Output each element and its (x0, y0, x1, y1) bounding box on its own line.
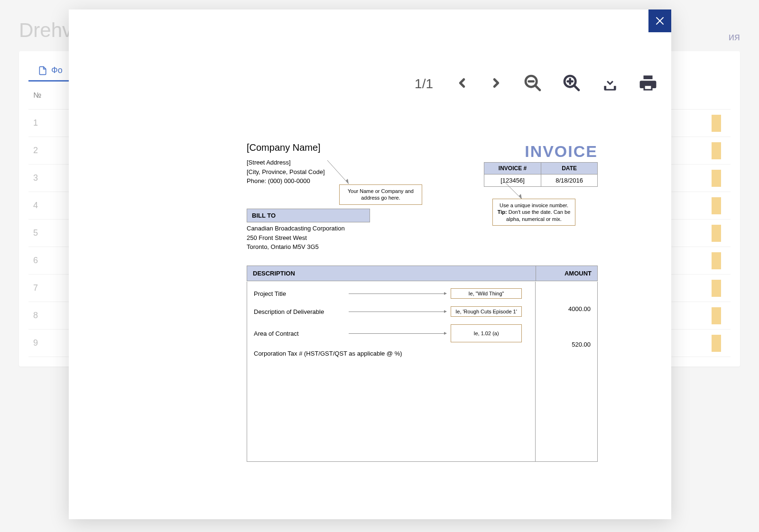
print-icon (639, 74, 657, 92)
bill-to-block: Canadian Broadcasting Corporation 250 Fr… (247, 224, 345, 252)
zoom-in-button[interactable] (562, 73, 581, 94)
line-item-row: Corporation Tax # (HST/GST/QST as applic… (247, 346, 597, 361)
deliverable-label: Description of Deliverable (254, 308, 349, 315)
arrow-line-icon (349, 333, 446, 334)
invoice-document: [Company Name] [Street Address] [City, P… (247, 142, 598, 186)
callout-company: Your Name or Company and address go here… (339, 184, 422, 205)
viewer-toolbar: 1/1 (415, 73, 657, 94)
download-icon (601, 74, 619, 92)
bill-to-city: Toronto, Ontario M5V 3G5 (247, 242, 345, 252)
invoice-title: INVOICE (525, 142, 598, 161)
print-button[interactable] (639, 74, 657, 94)
amount-header: AMOUNT (536, 266, 598, 281)
bill-to-name: Canadian Broadcasting Corporation (247, 224, 345, 233)
document-viewer-modal: 1/1 [Company Name] [Street Address] [Cit… (69, 9, 671, 519)
invoice-date-value: 8/18/2016 (541, 174, 598, 187)
company-street: [Street Address] (247, 158, 325, 167)
arrow-line-icon (349, 294, 446, 294)
arrow-line-icon (349, 312, 446, 312)
company-block: [Company Name] [Street Address] [City, P… (247, 142, 325, 186)
zoom-in-icon (562, 73, 581, 92)
invoice-meta-table: INVOICE # DATE [123456] 8/18/2016 (484, 162, 598, 187)
svg-line-1 (535, 85, 540, 90)
amount-value: 520.00 (572, 341, 591, 348)
file-icon (38, 66, 47, 75)
company-phone: Phone: (000) 000-0000 (247, 176, 325, 186)
close-button[interactable] (648, 9, 671, 32)
contract-area-label: Area of Contract (254, 330, 349, 337)
invoice-number-value: [123456] (484, 174, 541, 187)
chevron-right-icon (489, 74, 503, 92)
contract-area-example: Ie, 1.02 (a) (451, 324, 522, 342)
prev-page-button[interactable] (455, 74, 469, 93)
project-title-label: Project Title (254, 290, 349, 297)
callout-invoice-number: Use a unique invoice number. Tip: Don't … (492, 199, 575, 226)
bg-right-text: ия (729, 31, 740, 43)
bill-to-label: BILL TO (247, 209, 370, 222)
close-icon (654, 15, 666, 27)
download-button[interactable] (601, 74, 619, 94)
line-item-row: Description of Deliverable Ie, 'Rough Cu… (247, 303, 597, 321)
page-indicator: 1/1 (415, 76, 433, 92)
line-item-row: Project Title Ie, "Wild Thing" (247, 282, 597, 303)
project-title-example: Ie, "Wild Thing" (451, 288, 522, 299)
deliverable-example: Ie, 'Rough Cuts Episode 1' (451, 306, 522, 317)
zoom-out-button[interactable] (523, 73, 542, 94)
tax-label: Corporation Tax # (HST/GST/QST as applic… (254, 350, 402, 357)
line-items-body: Project Title Ie, "Wild Thing" Descripti… (247, 282, 598, 462)
bg-tab: Фо (28, 61, 72, 82)
company-name: [Company Name] (247, 142, 325, 153)
svg-line-4 (574, 85, 579, 90)
description-header: DESCRIPTION (247, 266, 536, 281)
next-page-button[interactable] (489, 74, 503, 93)
bill-to-street: 250 Front Street West (247, 233, 345, 243)
line-item-row: Area of Contract Ie, 1.02 (a) (247, 321, 597, 346)
invoice-date-header: DATE (541, 163, 598, 174)
amount-value: 4000.00 (568, 305, 591, 312)
invoice-number-header: INVOICE # (484, 163, 541, 174)
company-city: [City, Province, Postal Code] (247, 167, 325, 177)
zoom-out-icon (523, 73, 542, 92)
line-items-table: DESCRIPTION AMOUNT (247, 266, 598, 281)
chevron-left-icon (455, 74, 469, 92)
